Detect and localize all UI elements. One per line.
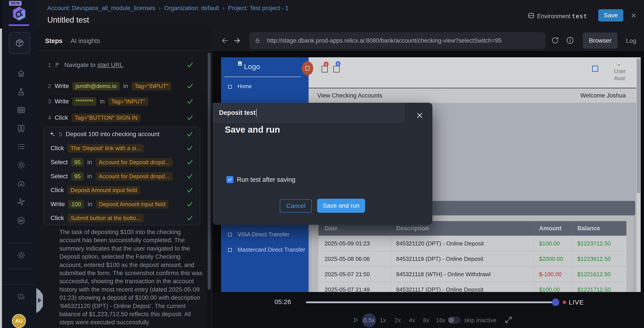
value-badge: ******** — [72, 97, 96, 106]
live-label: LIVE — [569, 299, 584, 306]
step-row-3[interactable]: 3 Write ******** in Tag="INPUT" — [48, 95, 148, 108]
live-dot-icon — [562, 301, 566, 304]
test-name-input[interactable]: Deposit test — [213, 103, 404, 123]
top-header: Account: Devspace_all_module_licenses › … — [36, 0, 644, 28]
home-icon[interactable] — [16, 69, 26, 78]
save-and-run-button[interactable]: Save and run — [317, 199, 365, 213]
step-check-icon — [186, 83, 194, 90]
speed-0-5x[interactable]: 0.5x — [363, 317, 374, 324]
transactions-table: Date Description Amount Balance 2025-05-… — [318, 221, 626, 293]
breadcrumb-organization[interactable]: Organization: default — [164, 5, 219, 12]
sidebar-item-tests[interactable] — [9, 32, 30, 54]
bank-nav-home[interactable]: Home — [238, 83, 252, 89]
substep-row[interactable]: Select 95 in Account for Deposit dropd..… — [50, 170, 173, 182]
list-icon[interactable] — [16, 142, 26, 151]
substep-row[interactable]: Write 100 in Deposit Amount input field — [50, 198, 168, 210]
tab-browser[interactable]: Browser — [583, 32, 618, 49]
nav-bullet-icon — [228, 233, 232, 236]
tab-steps[interactable]: Steps — [45, 37, 62, 45]
user-scan-icon[interactable] — [16, 179, 26, 189]
ai-step-group[interactable]: 5 Deposit 100 into checking account Clic… — [43, 127, 200, 225]
bank-scrollbar[interactable] — [636, 57, 641, 293]
settings-gear-icon[interactable] — [16, 251, 26, 260]
cancel-button[interactable]: Cancel — [280, 199, 312, 212]
help-chat-icon[interactable]: ? — [16, 293, 26, 302]
timeline-knob[interactable] — [552, 299, 559, 306]
step-check-icon — [186, 159, 193, 166]
fullscreen-icon[interactable] — [504, 316, 513, 324]
environment-value[interactable]: test — [572, 13, 588, 19]
grid-table-icon[interactable] — [16, 105, 26, 115]
locator-badge: Tag="INPUT" — [132, 82, 172, 90]
scrollbar-thumb[interactable] — [637, 59, 640, 193]
page-title: Untitled test — [47, 15, 89, 25]
link-hexagon-icon[interactable] — [16, 216, 26, 225]
breadcrumb-project[interactable]: Project: Test project - 1 — [228, 5, 288, 12]
value-badge: 95 — [71, 158, 84, 167]
speed-8x[interactable]: 8x — [423, 317, 430, 324]
app-sidebar: NEW — [2, 0, 36, 328]
refresh-icon[interactable] — [551, 36, 560, 45]
breadcrumb-account[interactable]: Account: Devspace_all_module_licenses — [47, 5, 155, 12]
table-row[interactable]: 2025-05-07 21:49 845321117 (DPT) - Onlin… — [318, 282, 626, 293]
new-badge: NEW — [9, 1, 22, 6]
play-icon[interactable] — [352, 317, 359, 324]
lock-open-icon — [254, 37, 261, 44]
col-header-amount[interactable]: Amount — [534, 221, 572, 236]
back-icon[interactable] — [221, 36, 229, 45]
modal-close-icon[interactable] — [416, 112, 424, 119]
skip-inactive-toggle[interactable] — [448, 317, 460, 324]
message-icon[interactable] — [334, 66, 340, 72]
table-row[interactable]: 2025-05-07 21:50 845321118 (WTH) - Onlin… — [318, 267, 626, 282]
bank-nav-divider — [224, 77, 301, 77]
bank-nav-mastercard[interactable]: Mastercard Direct Transfer — [238, 246, 305, 253]
start-url-link[interactable]: start URL — [97, 61, 123, 68]
gear-icon[interactable] — [16, 161, 26, 170]
tab-log[interactable]: Log — [626, 37, 636, 44]
slack-icon[interactable] — [16, 197, 26, 207]
checkbox-label[interactable]: Run test after saving — [237, 176, 296, 183]
player-bar: 05:26 LIVE 0.5x 1x 2x 4x 8x 16x skip ina… — [212, 292, 644, 328]
bank-logo-alt[interactable]: Logo — [244, 63, 260, 71]
environment-label: Environment — [537, 13, 570, 20]
save-button[interactable]: Save — [598, 9, 623, 21]
step-row-1[interactable]: 1 Navigate to start URL — [48, 59, 123, 71]
package-icon — [15, 38, 24, 48]
close-icon[interactable] — [630, 12, 637, 19]
tab-ai-insights[interactable]: AI insights — [70, 37, 100, 45]
user-avatar[interactable]: AU — [12, 314, 26, 328]
speed-1x[interactable]: 1x — [380, 317, 386, 324]
speed-4x[interactable]: 4x — [409, 317, 415, 324]
timeline-track[interactable] — [306, 302, 554, 303]
scrollbar-thumb[interactable] — [208, 53, 211, 290]
broken-avatar-icon — [616, 61, 622, 67]
step-row-4[interactable]: 4 Click Tag="BUTTON" SIGN IN — [48, 112, 140, 124]
url-bar[interactable]: http://stage.dbank.prod-apps.relicx.ai:8… — [250, 32, 546, 49]
app-logo-icon[interactable] — [12, 6, 26, 21]
info-icon[interactable] — [566, 36, 574, 45]
columns-icon[interactable] — [16, 124, 26, 133]
col-header-balance[interactable]: Balance — [572, 221, 621, 236]
steps-scrollbar[interactable] — [207, 51, 211, 328]
url-text[interactable]: http://stage.dbank.prod-apps.relicx.ai:8… — [267, 37, 502, 44]
step-row-5[interactable]: 5 Deposit 100 into checking account — [49, 128, 160, 140]
welcome-text: Welcome Joshua — [563, 88, 626, 103]
lab-flask-icon[interactable] — [16, 87, 26, 96]
table-row[interactable]: 2025-05-09 01:23 845321120 (DPT) - Onlin… — [318, 236, 626, 251]
speed-2x[interactable]: 2x — [394, 317, 401, 324]
substep-row[interactable]: Select 95 in Account for Deposit dropd..… — [50, 156, 173, 168]
substep-row[interactable]: Click Deposit Amount input field — [50, 184, 140, 196]
nav-bullet-icon — [228, 85, 232, 89]
run-after-save-checkbox[interactable] — [226, 176, 233, 183]
locator-badge: Submit button at the botto... — [68, 214, 144, 222]
speed-16x[interactable]: 16x — [436, 317, 446, 324]
notification-icon[interactable] — [322, 66, 328, 72]
forward-icon[interactable] — [233, 36, 241, 45]
substep-row[interactable]: Click Submit button at the botto... — [50, 212, 144, 224]
bank-nav-visa[interactable]: VISA Direct Transfer — [238, 231, 290, 238]
value-badge: 100 — [68, 200, 84, 209]
substep-row[interactable]: Click The 'Deposit' link with a si... — [50, 142, 144, 154]
step-row-2[interactable]: 2 Write jsmith@demo.io in Tag="INPUT" — [48, 80, 171, 92]
step-check-icon — [186, 98, 194, 105]
table-row[interactable]: 2025-05-08 06:06 845321119 (DPT) - Onlin… — [318, 251, 626, 266]
